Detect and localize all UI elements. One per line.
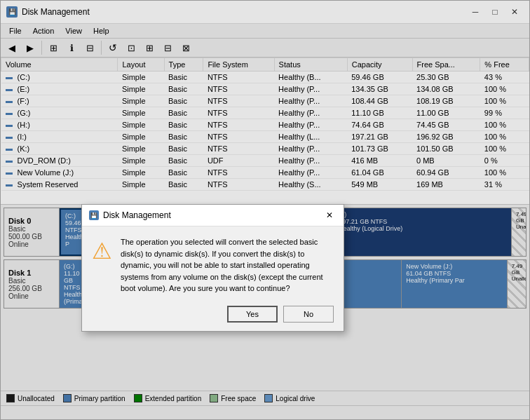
main-window: 💾 Disk Management ─ □ ✕ File Action View… [0, 0, 530, 420]
dialog-title-left: 💾 Disk Management [89, 210, 171, 220]
dialog-overlay: 💾 Disk Management ✕ ⚠ The operation you … [1, 1, 529, 419]
dialog-title-bar: 💾 Disk Management ✕ [82, 205, 344, 226]
dialog-buttons: Yes No [82, 302, 344, 331]
dialog-close-button[interactable]: ✕ [322, 209, 337, 222]
dialog-yes-button[interactable]: Yes [227, 306, 278, 323]
dialog-message: The operation you selected will convert … [121, 236, 334, 294]
warning-icon: ⚠ [92, 238, 112, 294]
dialog-icon-small: 💾 [89, 210, 99, 220]
dialog-title-text: Disk Management [103, 210, 171, 220]
disk-management-dialog: 💾 Disk Management ✕ ⚠ The operation you … [81, 204, 344, 332]
dialog-no-button[interactable]: No [283, 306, 334, 323]
dialog-body: ⚠ The operation you selected will conver… [82, 226, 344, 302]
